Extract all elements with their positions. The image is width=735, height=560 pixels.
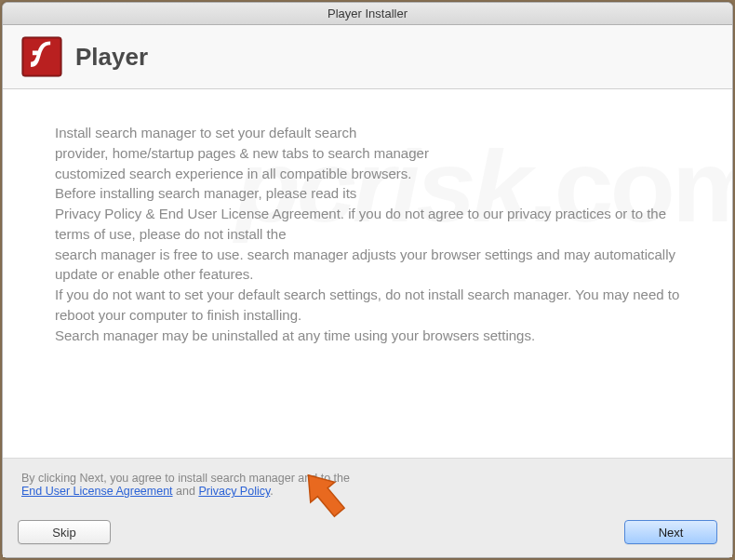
installer-body-text: Install search manager to set your defau… (55, 123, 680, 345)
header-bar: Player (3, 25, 732, 89)
app-title: Player (75, 43, 148, 72)
button-bar: Skip Next (3, 511, 732, 557)
skip-button[interactable]: Skip (18, 520, 111, 544)
eula-link[interactable]: End User License Agreement (21, 485, 173, 498)
footer-midtext: and (173, 485, 199, 498)
installer-window: Player Installer Player pcrisk.com Insta… (2, 2, 733, 558)
next-button[interactable]: Next (624, 520, 717, 544)
privacy-policy-link[interactable]: Privacy Policy (198, 485, 270, 498)
content-area: pcrisk.com Install search manager to set… (3, 89, 732, 458)
flash-player-icon (21, 36, 62, 77)
footer-pretext: By clicking Next, you agree to install s… (21, 472, 350, 485)
agreement-footer: By clicking Next, you agree to install s… (3, 458, 732, 511)
window-titlebar: Player Installer (3, 3, 732, 25)
footer-endtext: . (270, 485, 273, 498)
window-title: Player Installer (327, 7, 408, 20)
svg-rect-1 (24, 39, 60, 75)
